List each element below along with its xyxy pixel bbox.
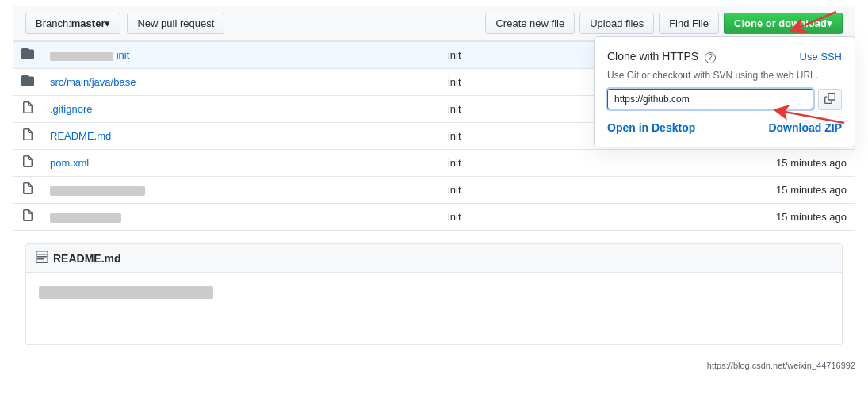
dropdown-title: Clone with HTTPS ?	[607, 50, 716, 63]
readme-section: README.md	[25, 243, 843, 345]
commit-message: init	[440, 177, 544, 204]
clone-url-input[interactable]	[607, 89, 813, 109]
time-ago: 15 minutes ago	[544, 177, 855, 204]
time-ago: 15 minutes ago	[544, 204, 855, 231]
dropdown-actions: Open in Desktop Download ZIP	[607, 121, 842, 134]
readme-grid-icon	[36, 251, 48, 266]
blurred-filename	[50, 52, 113, 61]
copy-icon	[824, 94, 835, 106]
help-icon[interactable]: ?	[705, 52, 716, 63]
file-icon	[21, 159, 34, 170]
readme-header: README.md	[26, 244, 842, 273]
branch-label: Branch:	[36, 17, 71, 29]
copy-url-button[interactable]	[818, 89, 842, 110]
readme-title: README.md	[53, 252, 121, 265]
create-new-file-button[interactable]: Create new file	[485, 13, 575, 34]
blurred-filename	[50, 213, 121, 223]
clone-caret-icon: ▾	[827, 17, 832, 29]
commit-message: init	[440, 42, 544, 69]
upload-files-button[interactable]: Upload files	[579, 13, 654, 34]
file-link[interactable]: pom.xml	[50, 157, 89, 169]
clone-button-label: Clone or download	[734, 17, 827, 29]
commit-message: init	[440, 204, 544, 231]
file-icon	[21, 186, 34, 197]
file-icon	[21, 105, 34, 117]
blurred-filename	[50, 186, 145, 196]
time-ago: 15 minutes ago	[544, 150, 855, 177]
download-zip-link[interactable]: Download ZIP	[768, 121, 842, 134]
dropdown-description: Use Git or checkout with SVN using the w…	[607, 70, 842, 81]
toolbar-right: Create new file Upload files Find File C…	[485, 13, 843, 34]
filename-suffix: init	[117, 49, 130, 61]
readme-body	[26, 273, 842, 344]
branch-selector[interactable]: Branch: master ▾	[25, 13, 120, 34]
commit-message: init	[440, 96, 544, 123]
file-link[interactable]: README.md	[50, 130, 111, 142]
table-row: init 15 minutes ago	[13, 177, 855, 204]
clone-dropdown: Clone with HTTPS ? Use SSH Use Git or ch…	[594, 36, 855, 147]
dropdown-header: Clone with HTTPS ? Use SSH	[607, 50, 842, 63]
commit-message: init	[440, 69, 544, 96]
branch-name: master	[71, 17, 105, 29]
table-row: pom.xml init 15 minutes ago	[13, 150, 855, 177]
file-link[interactable]: src/main/java/base	[50, 76, 136, 88]
branch-caret: ▾	[105, 17, 110, 29]
file-link[interactable]: .gitignore	[50, 103, 92, 115]
clone-or-download-button[interactable]: Clone or download ▾	[724, 13, 843, 34]
new-pull-request-button[interactable]: New pull request	[127, 13, 224, 34]
file-icon	[21, 132, 34, 144]
folder-icon	[21, 78, 34, 90]
use-ssh-link[interactable]: Use SSH	[800, 51, 842, 63]
file-icon	[21, 212, 34, 224]
find-file-button[interactable]: Find File	[659, 13, 719, 34]
clone-url-row	[607, 89, 842, 110]
toolbar-left: Branch: master ▾ New pull request	[25, 13, 479, 34]
table-row: init 15 minutes ago	[13, 204, 855, 231]
commit-message: init	[440, 123, 544, 150]
open-in-desktop-link[interactable]: Open in Desktop	[607, 121, 695, 134]
commit-message: init	[440, 150, 544, 177]
footer: https://blog.csdn.net/weixin_44716992	[13, 358, 855, 370]
readme-blurred-content	[39, 286, 213, 299]
folder-icon	[21, 51, 34, 63]
footer-url: https://blog.csdn.net/weixin_44716992	[707, 361, 855, 370]
dropdown-title-text: Clone with HTTPS	[607, 50, 698, 63]
